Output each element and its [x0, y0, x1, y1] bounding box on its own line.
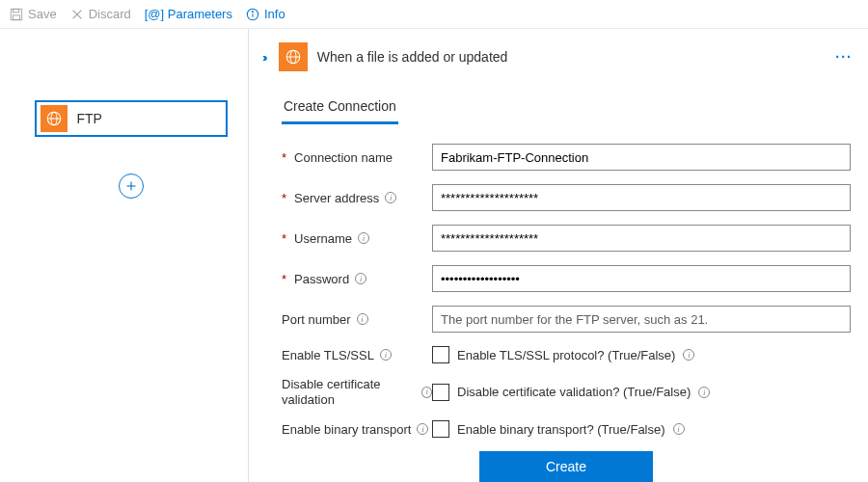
- info-button[interactable]: Info: [246, 7, 285, 21]
- server-address-input[interactable]: [432, 184, 851, 211]
- tab-bar: Create Connection: [282, 93, 858, 124]
- disable-cert-label: Disable certificate validationi: [282, 377, 432, 407]
- port-number-label: Port numberi: [282, 312, 432, 327]
- more-menu-button[interactable]: ···: [835, 49, 853, 65]
- disable-cert-checkbox-label: Disable certificate validation? (True/Fa…: [457, 385, 691, 399]
- info-icon[interactable]: i: [698, 387, 710, 398]
- svg-rect-2: [14, 14, 20, 19]
- close-icon: [70, 8, 84, 21]
- trigger-step-label: FTP: [77, 111, 102, 126]
- svg-point-7: [252, 11, 253, 12]
- details-panel: ›› When a file is added or updated ··· C…: [249, 29, 868, 482]
- connection-name-input[interactable]: [432, 144, 851, 171]
- disable-cert-checkbox[interactable]: [432, 384, 449, 401]
- save-button[interactable]: Save: [10, 7, 57, 21]
- password-label: *Passwordi: [282, 272, 432, 286]
- add-step-button[interactable]: [119, 174, 144, 199]
- enable-binary-checkbox[interactable]: [432, 420, 449, 438]
- designer-canvas: FTP: [0, 29, 249, 482]
- info-icon[interactable]: i: [683, 349, 694, 361]
- server-address-label: *Server addressi: [282, 191, 432, 205]
- tab-create-connection[interactable]: Create Connection: [282, 93, 398, 124]
- info-icon[interactable]: i: [673, 423, 685, 435]
- info-icon[interactable]: i: [358, 232, 369, 244]
- info-icon[interactable]: i: [355, 273, 366, 284]
- port-number-input[interactable]: [432, 306, 851, 333]
- ftp-icon: [41, 105, 68, 132]
- info-icon[interactable]: i: [357, 313, 368, 325]
- info-icon[interactable]: i: [380, 349, 392, 361]
- info-icon[interactable]: i: [385, 192, 396, 203]
- parameters-label: [@] Parameters: [145, 7, 232, 21]
- create-button[interactable]: Create: [479, 451, 653, 482]
- enable-tls-label: Enable TLS/SSLi: [282, 348, 432, 362]
- password-input[interactable]: [432, 265, 851, 292]
- toolbar: Save Discard [@] Parameters Info: [0, 0, 868, 29]
- discard-label: Discard: [89, 7, 131, 21]
- connection-form: *Connection name *Server addressi *Usern…: [282, 144, 851, 482]
- panel-title: When a file is added or updated: [317, 49, 508, 65]
- parameters-button[interactable]: [@] Parameters: [145, 7, 232, 21]
- connection-name-label: *Connection name: [282, 150, 432, 165]
- collapse-panel-button[interactable]: ››: [262, 50, 265, 65]
- info-label: Info: [264, 7, 285, 21]
- enable-tls-checkbox-label: Enable TLS/SSL protocol? (True/False): [457, 348, 675, 362]
- trigger-step-ftp[interactable]: FTP: [35, 100, 228, 137]
- save-label: Save: [28, 7, 57, 21]
- discard-button[interactable]: Discard: [70, 7, 131, 21]
- username-input[interactable]: [432, 225, 851, 252]
- save-icon: [10, 8, 23, 21]
- enable-binary-checkbox-label: Enable binary transport? (True/False): [457, 422, 665, 437]
- username-label: *Usernamei: [282, 231, 432, 246]
- ftp-icon: [279, 42, 308, 71]
- enable-tls-checkbox[interactable]: [432, 346, 449, 363]
- svg-rect-0: [11, 9, 21, 19]
- info-icon[interactable]: i: [417, 423, 428, 435]
- svg-rect-1: [14, 9, 19, 13]
- info-icon[interactable]: i: [421, 387, 432, 398]
- enable-binary-label: Enable binary transporti: [282, 422, 432, 437]
- info-icon: [246, 8, 259, 21]
